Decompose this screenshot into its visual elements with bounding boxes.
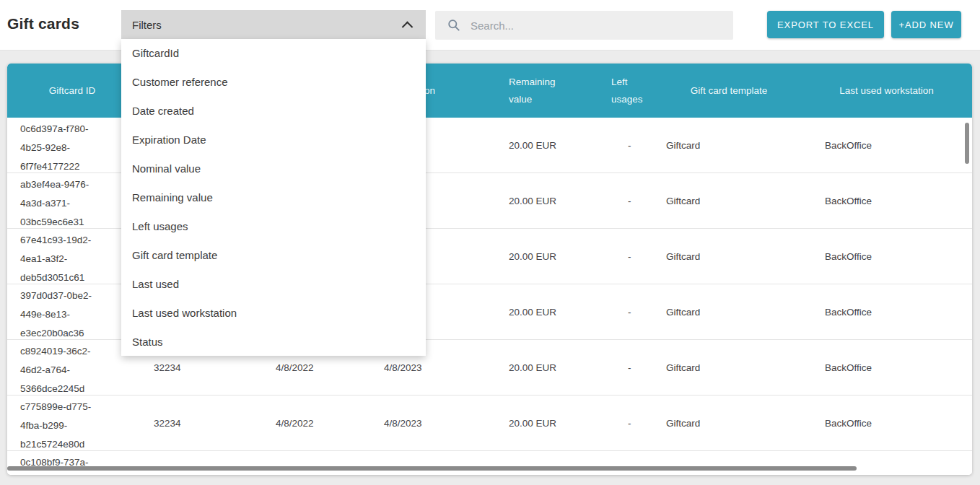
cell-remaining-value: 20.00 EUR: [484, 173, 603, 228]
cell-remaining-value: 20.00 EUR: [484, 118, 603, 172]
cell-last-used-workstation: BackOffice: [801, 173, 972, 228]
cell-left-usages: -: [603, 284, 657, 339]
search-icon: [447, 19, 460, 32]
table-row[interactable]: 0c108bf9-737a-: [7, 451, 972, 475]
cell-gift-card-template: Giftcard: [657, 340, 801, 395]
column-header-label: Last used workstation: [839, 85, 934, 96]
filter-menu-item-customer-reference[interactable]: Customer reference: [121, 68, 426, 97]
export-to-excel-button[interactable]: EXPORT TO EXCEL: [767, 11, 884, 38]
filter-menu-item-nominal-value[interactable]: Nominal value: [121, 154, 426, 183]
search-input[interactable]: [469, 19, 710, 32]
cell-last-used-workstation: BackOffice: [801, 118, 972, 172]
chevron-up-icon: [402, 21, 414, 32]
cell-gift-card-template: Giftcard: [657, 173, 801, 228]
column-header-gift-card-template[interactable]: Gift card template: [657, 64, 801, 118]
cell-customer-reference: 32234: [137, 396, 260, 450]
cell-giftcard-id: c775899e-d775-4fba-b299-b21c5724e80d: [7, 396, 137, 450]
cell-remaining-value: 20.00 EUR: [484, 396, 603, 450]
column-header-label: Giftcard ID: [49, 85, 96, 96]
add-new-button[interactable]: +ADD NEW: [891, 11, 961, 38]
cell-gift-card-template: [657, 451, 801, 475]
filter-menu-item-giftcardid[interactable]: GiftcardId: [121, 39, 426, 68]
cell-remaining-value: [484, 451, 603, 475]
cell-gift-card-template: Giftcard: [657, 229, 801, 284]
cell-gift-card-template: Giftcard: [657, 396, 801, 450]
filter-menu-item-last-used[interactable]: Last used: [121, 269, 426, 298]
cell-left-usages: [603, 451, 657, 475]
cell-customer-reference: [137, 451, 260, 475]
cell-last-used-workstation: [801, 451, 972, 475]
table-row[interactable]: c775899e-d775-4fba-b299-b21c5724e80d3223…: [7, 396, 972, 451]
cell-date-created: [260, 451, 375, 475]
cell-left-usages: -: [603, 229, 657, 284]
cell-left-usages: -: [603, 173, 657, 228]
filter-menu-item-remaining-value[interactable]: Remaining value: [121, 183, 426, 212]
column-header-label: Gift card template: [691, 85, 768, 96]
cell-giftcard-id: 0c108bf9-737a-: [7, 451, 137, 475]
cell-gift-card-template: Giftcard: [657, 118, 801, 172]
filters-dropdown-label: Filters: [132, 19, 162, 31]
cell-last-used-workstation: BackOffice: [801, 396, 972, 450]
cell-last-used-workstation: BackOffice: [801, 284, 972, 339]
cell-left-usages: -: [603, 340, 657, 395]
cell-last-used-workstation: BackOffice: [801, 340, 972, 395]
column-header-left-usages[interactable]: Left usages: [603, 64, 657, 118]
cell-left-usages: -: [603, 396, 657, 450]
cell-remaining-value: 20.00 EUR: [484, 229, 603, 284]
cell-giftcard-id: 67e41c93-19d2-4ea1-a3f2-deb5d3051c61: [7, 229, 137, 284]
cell-expiration: 4/8/2023: [375, 396, 484, 450]
filter-menu-item-last-used-workstation[interactable]: Last used workstation: [121, 298, 426, 327]
column-header-label: Remaining value: [509, 74, 568, 108]
column-header-remaining-value[interactable]: Remaining value: [484, 64, 603, 118]
filter-menu-item-date-created[interactable]: Date created: [121, 97, 426, 126]
cell-left-usages: -: [603, 118, 657, 172]
filter-menu-item-status[interactable]: Status: [121, 327, 426, 356]
cell-date-created: 4/8/2022: [260, 396, 375, 450]
vertical-scrollbar-thumb[interactable]: [965, 123, 969, 164]
cell-gift-card-template: Giftcard: [657, 284, 801, 339]
horizontal-scrollbar-thumb[interactable]: [7, 466, 857, 471]
search-box[interactable]: [435, 11, 733, 40]
filter-menu-item-gift-card-template[interactable]: Gift card template: [121, 240, 426, 269]
cell-last-used-workstation: BackOffice: [801, 229, 972, 284]
page-title: Gift cards: [7, 15, 79, 32]
cell-expiration: [375, 451, 484, 475]
filters-dropdown-menu: GiftcardIdCustomer referenceDate created…: [121, 39, 426, 356]
cell-remaining-value: 20.00 EUR: [484, 284, 603, 339]
column-header-giftcard-id[interactable]: Giftcard ID: [7, 64, 137, 118]
cell-remaining-value: 20.00 EUR: [484, 340, 603, 395]
cell-giftcard-id: 397d0d37-0be2-449e-8e13-e3ec20b0ac36: [7, 284, 137, 339]
filters-dropdown-button[interactable]: Filters: [121, 10, 426, 39]
cell-giftcard-id: ab3ef4ea-9476-4a3d-a371-03bc59ec6e31: [7, 173, 137, 228]
column-header-label: Left usages: [611, 74, 650, 108]
column-header-last-used-workstation[interactable]: Last used workstation: [801, 64, 972, 118]
filter-menu-item-left-usages[interactable]: Left usages: [121, 211, 426, 240]
cell-giftcard-id: c8924019-36c2-46d2-a764-5366dce2245d: [7, 340, 137, 395]
cell-giftcard-id: 0c6d397a-f780-4b25-92e8-6f7fe4177222: [7, 118, 137, 172]
filter-menu-item-expiration-date[interactable]: Expiration Date: [121, 126, 426, 154]
